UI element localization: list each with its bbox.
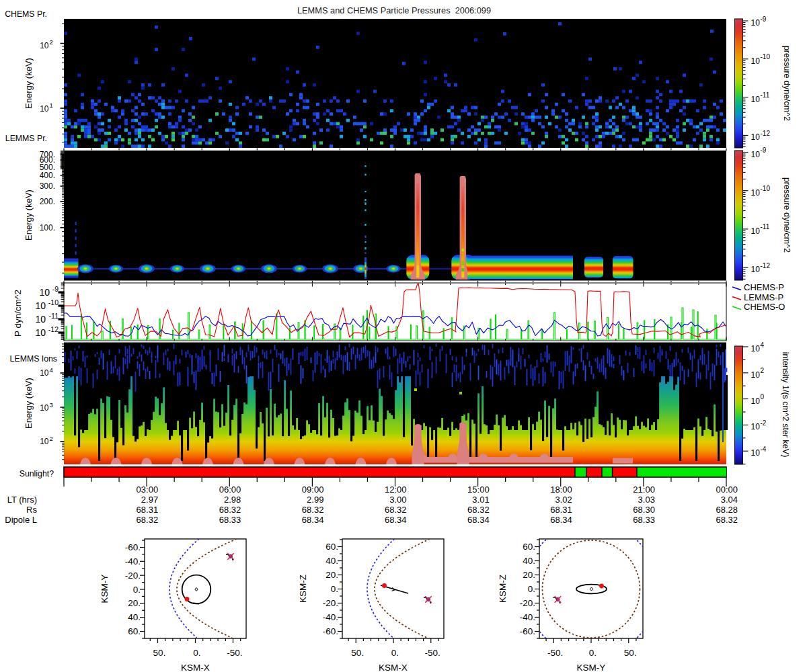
svg-text:10: 10 — [35, 314, 46, 325]
svg-text:10: 10 — [40, 104, 49, 114]
svg-text:-60.: -60. — [323, 626, 338, 636]
svg-text:-10: -10 — [48, 298, 59, 306]
svg-text:LEMMS Pr.: LEMMS Pr. — [5, 134, 47, 143]
svg-text:60.: 60. — [325, 542, 338, 552]
svg-text:10: 10 — [751, 370, 761, 380]
svg-text:-9: -9 — [52, 285, 59, 293]
svg-text:-9: -9 — [761, 15, 767, 23]
svg-text:KSM-X: KSM-X — [181, 663, 210, 672]
svg-text:-20.: -20. — [125, 571, 141, 581]
svg-text:-40.: -40. — [323, 612, 338, 622]
svg-text:10: 10 — [751, 448, 761, 458]
svg-text:-12: -12 — [761, 262, 771, 269]
svg-text:68.34: 68.34 — [385, 515, 407, 525]
svg-text:68.32: 68.32 — [219, 505, 241, 515]
svg-text:68.32: 68.32 — [716, 515, 738, 525]
svg-text:2: 2 — [761, 367, 765, 374]
svg-text:0.: 0. — [193, 648, 200, 658]
svg-text:50.: 50. — [624, 648, 637, 658]
svg-text:-10: -10 — [761, 185, 771, 192]
svg-text:10: 10 — [40, 368, 49, 378]
svg-text:-50.: -50. — [425, 648, 440, 658]
svg-text:-40.: -40. — [125, 556, 141, 566]
svg-text:10: 10 — [35, 300, 46, 311]
svg-text:200.: 200. — [40, 197, 55, 206]
svg-text:300.: 300. — [40, 181, 55, 191]
svg-text:10: 10 — [40, 41, 49, 50]
svg-text:Energy (keV): Energy (keV) — [24, 378, 34, 429]
svg-text:0.: 0. — [391, 648, 399, 658]
svg-text:40.: 40. — [523, 556, 535, 566]
svg-text:10: 10 — [39, 287, 50, 298]
svg-text:21:00: 21:00 — [633, 485, 655, 495]
svg-text:68.31: 68.31 — [137, 505, 159, 515]
svg-text:68.32: 68.32 — [302, 505, 324, 515]
svg-text:Rs: Rs — [26, 505, 37, 515]
svg-text:-11: -11 — [761, 223, 770, 230]
svg-text:Dipole L: Dipole L — [5, 515, 37, 525]
svg-text:68.28: 68.28 — [716, 505, 738, 515]
svg-text:10: 10 — [40, 403, 49, 413]
svg-text:-40.: -40. — [520, 612, 535, 622]
svg-text:3.03: 3.03 — [638, 495, 655, 505]
svg-text:3.04: 3.04 — [721, 495, 738, 505]
svg-text:12:00: 12:00 — [385, 485, 407, 495]
svg-text:-50.: -50. — [227, 648, 242, 658]
svg-text:68.32: 68.32 — [385, 505, 407, 515]
svg-text:68.34: 68.34 — [467, 515, 490, 525]
svg-text:10: 10 — [751, 226, 761, 236]
svg-text:10: 10 — [751, 265, 761, 274]
svg-text:-20.: -20. — [323, 598, 338, 608]
svg-text:4: 4 — [50, 366, 53, 374]
svg-text:20.: 20. — [128, 598, 141, 608]
svg-text:-20.: -20. — [520, 598, 535, 608]
svg-text:-9: -9 — [761, 146, 767, 154]
svg-text:20.: 20. — [523, 570, 535, 580]
svg-text:-11: -11 — [761, 91, 770, 99]
svg-text:2: 2 — [50, 435, 53, 442]
svg-text:-60.: -60. — [125, 542, 141, 552]
svg-text:LEMMS-P: LEMMS-P — [744, 292, 783, 302]
svg-text:3.01: 3.01 — [472, 495, 489, 505]
svg-text:0.: 0. — [528, 584, 535, 594]
svg-text:-2: -2 — [761, 419, 767, 427]
svg-text:-12: -12 — [761, 130, 771, 137]
svg-text:LEMMS Ions: LEMMS Ions — [10, 354, 57, 364]
svg-text:68.30: 68.30 — [633, 505, 655, 515]
svg-text:20.: 20. — [325, 570, 338, 580]
svg-text:10: 10 — [751, 396, 761, 406]
svg-text:00:00: 00:00 — [716, 485, 738, 495]
svg-text:LT (hrs): LT (hrs) — [7, 495, 37, 505]
svg-text:18:00: 18:00 — [550, 485, 572, 495]
svg-text:-11: -11 — [49, 312, 59, 320]
svg-text:4: 4 — [761, 341, 765, 349]
svg-text:68.34: 68.34 — [302, 515, 324, 525]
svg-text:KSM-X: KSM-X — [379, 663, 408, 672]
svg-text:intensity 1/(s cm^2 ster keV): intensity 1/(s cm^2 ster keV) — [781, 352, 790, 458]
svg-text:60.: 60. — [128, 626, 141, 636]
svg-text:-50.: -50. — [547, 648, 563, 658]
svg-text:10: 10 — [751, 18, 761, 28]
svg-text:68.33: 68.33 — [219, 515, 241, 525]
svg-text:1: 1 — [50, 101, 53, 109]
svg-text:68.33: 68.33 — [633, 515, 655, 525]
svg-text:pressure dyne/cm^2: pressure dyne/cm^2 — [782, 46, 792, 121]
svg-text:2.98: 2.98 — [224, 495, 241, 505]
svg-text:-12: -12 — [48, 325, 59, 333]
svg-text:10: 10 — [751, 56, 761, 66]
svg-text:40.: 40. — [128, 612, 141, 622]
svg-text:Energy (keV): Energy (keV) — [24, 190, 34, 241]
svg-text:3.02: 3.02 — [555, 495, 572, 505]
svg-text:0.: 0. — [331, 584, 338, 594]
svg-text:06:00: 06:00 — [219, 485, 241, 495]
svg-text:10: 10 — [35, 327, 46, 338]
svg-text:KSM-Z: KSM-Z — [298, 575, 308, 603]
svg-text:KSM-Z: KSM-Z — [498, 575, 508, 603]
svg-text:0: 0 — [761, 393, 765, 401]
svg-text:10: 10 — [751, 422, 761, 431]
svg-text:CHEMS Pr.: CHEMS Pr. — [5, 9, 47, 19]
svg-text:3: 3 — [50, 401, 53, 409]
svg-text:pressure dyne/cm^2: pressure dyne/cm^2 — [782, 177, 792, 253]
svg-text:Sunlight?: Sunlight? — [20, 469, 54, 478]
svg-text:-4: -4 — [761, 446, 767, 453]
